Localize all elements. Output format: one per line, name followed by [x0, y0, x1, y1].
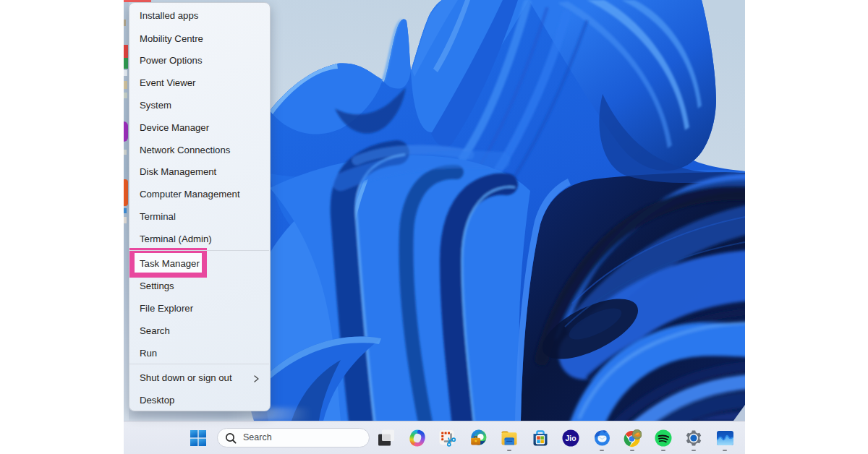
svg-text:Jio: Jio [565, 434, 576, 442]
